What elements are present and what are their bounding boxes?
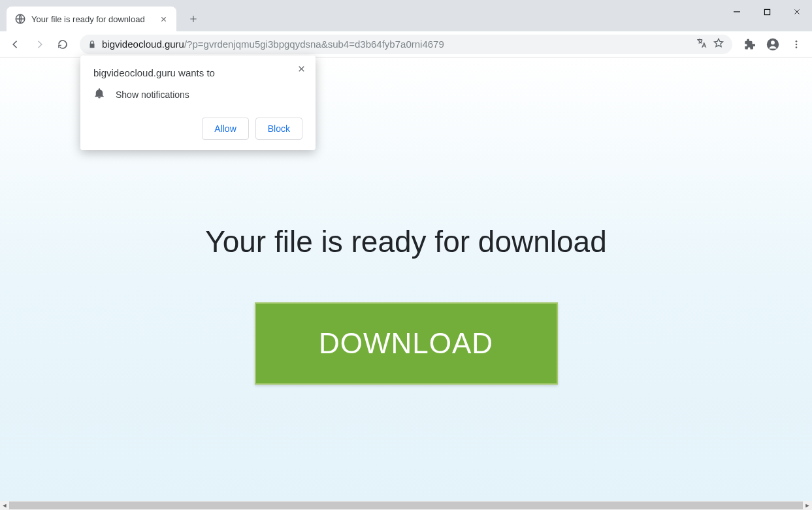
close-window-button[interactable] [782, 0, 812, 24]
download-button[interactable]: DOWNLOAD [255, 302, 558, 385]
lock-icon [88, 40, 97, 49]
tab-title: Your file is ready for download [31, 14, 153, 24]
maximize-button[interactable] [752, 0, 782, 24]
svg-point-4 [796, 40, 798, 42]
svg-point-3 [771, 40, 775, 44]
svg-point-5 [796, 43, 798, 45]
scroll-track[interactable] [9, 501, 803, 510]
svg-point-6 [796, 46, 798, 48]
address-bar[interactable]: bigvideocloud.guru/?p=gvrdenjqmu5gi3bpgq… [80, 35, 732, 54]
block-button[interactable]: Block [255, 118, 302, 140]
scroll-thumb[interactable] [9, 502, 803, 509]
bell-icon [93, 88, 105, 102]
new-tab-button[interactable] [184, 10, 203, 28]
permission-popup: bigvideocloud.guru wants to Show notific… [80, 56, 316, 150]
permission-capability-text: Show notifications [116, 89, 189, 100]
tab-close-icon[interactable] [158, 14, 169, 24]
scroll-left-icon[interactable]: ◄ [0, 501, 9, 510]
forward-button[interactable] [29, 34, 50, 55]
allow-button[interactable]: Allow [202, 118, 248, 140]
page-heading: Your file is ready for download [205, 224, 607, 259]
titlebar: Your file is ready for download [0, 0, 812, 31]
permission-origin-text: bigvideocloud.guru wants to [93, 67, 302, 78]
reload-button[interactable] [52, 34, 73, 55]
extensions-icon[interactable] [739, 34, 760, 55]
permission-close-icon[interactable] [295, 62, 308, 75]
window-controls [722, 0, 812, 24]
svg-rect-1 [764, 9, 770, 14]
menu-icon[interactable] [786, 34, 807, 55]
back-button[interactable] [5, 34, 26, 55]
globe-icon [14, 13, 26, 25]
bookmark-star-icon[interactable] [713, 37, 724, 52]
profile-icon[interactable] [762, 34, 783, 55]
browser-tab[interactable]: Your file is ready for download [7, 7, 176, 31]
url-text: bigvideocloud.guru/?p=gvrdenjqmu5gi3bpgq… [102, 39, 444, 50]
scroll-right-icon[interactable]: ► [803, 501, 812, 510]
minimize-button[interactable] [722, 0, 752, 24]
translate-icon[interactable] [696, 37, 707, 52]
toolbar: bigvideocloud.guru/?p=gvrdenjqmu5gi3bpgq… [0, 31, 812, 57]
horizontal-scrollbar[interactable]: ◄ ► [0, 501, 812, 510]
